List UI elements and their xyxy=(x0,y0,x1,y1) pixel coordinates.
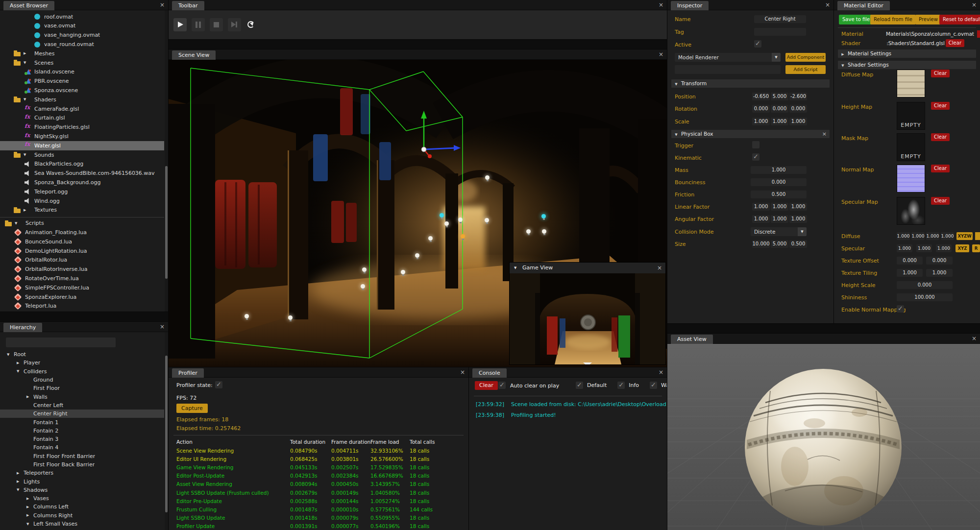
light-gizmo-icon[interactable] xyxy=(444,221,449,226)
color-picker-button-clipped[interactable] xyxy=(975,232,980,240)
tab-asset-view[interactable]: Asset View xyxy=(671,335,713,344)
scale-y-input[interactable]: 1.000 xyxy=(771,118,788,125)
asset-item[interactable]: Sponza.ovscene xyxy=(0,86,164,95)
texture-tiling-x-input[interactable]: 1.000 xyxy=(897,269,923,277)
texture-offset-y-input[interactable]: 0.000 xyxy=(926,257,953,265)
size-z-input[interactable]: 0.500 xyxy=(789,240,807,248)
asset-item[interactable]: vase_hanging.ovmat xyxy=(0,30,164,40)
add-component-button[interactable]: Add Component xyxy=(785,53,826,62)
specular-x-input[interactable]: 1.000 xyxy=(897,244,912,252)
hierarchy-item[interactable]: ▼ Shadows xyxy=(0,486,164,494)
tab-asset-browser[interactable]: Asset Browser xyxy=(3,1,54,10)
hierarchy-item[interactable]: Center Left xyxy=(0,401,164,410)
specular-map-clear-button[interactable]: Clear xyxy=(931,197,950,205)
asset-item[interactable]: ▼ Shaders xyxy=(0,95,164,104)
angular-factor-y-input[interactable]: 1.000 xyxy=(771,215,788,223)
hierarchy-item[interactable]: ▶ Walls xyxy=(0,392,164,401)
profiler-row[interactable]: Light SSBO Update 0.001418s 0.000079s 0.… xyxy=(169,514,468,522)
friction-input[interactable]: 0.500 xyxy=(751,191,807,198)
mask-map-thumbnail[interactable]: EMPTY xyxy=(897,133,925,161)
physical-box-section-header[interactable]: ▼Physical Box× xyxy=(671,130,830,138)
collision-mode-select[interactable]: Discrete▼ xyxy=(751,227,807,236)
hierarchy-item[interactable]: Shadow 1 xyxy=(0,528,164,530)
filter-toggle[interactable]: Warning xyxy=(650,382,667,389)
add-script-button[interactable]: Add Script xyxy=(785,65,826,74)
hierarchy-item[interactable]: ▼ Left Small Vases xyxy=(0,520,164,528)
expand-arrow-icon[interactable]: ▼ xyxy=(17,369,24,373)
expand-arrow-icon[interactable]: ▼ xyxy=(24,97,34,101)
profiler-row[interactable]: Profiler Update 0.001391s 0.000077s 0.54… xyxy=(169,522,468,530)
close-icon[interactable]: × xyxy=(657,265,662,271)
close-icon[interactable]: × xyxy=(160,323,165,330)
asset-item[interactable]: BounceSound.lua xyxy=(0,237,164,246)
step-button[interactable] xyxy=(228,18,241,31)
asset-item[interactable]: OrbitalRotorInverse.lua xyxy=(0,265,164,274)
asset-item[interactable]: ▼ Scenes xyxy=(0,58,164,68)
filter-checkbox[interactable] xyxy=(650,382,657,389)
tab-console[interactable]: Console xyxy=(472,368,507,378)
normal-map-thumbnail[interactable] xyxy=(897,165,925,193)
light-gizmo-icon[interactable] xyxy=(440,213,444,217)
profiler-row[interactable]: Asset View Rendering 0.008094s 0.000450s… xyxy=(169,480,468,488)
hierarchy-item[interactable]: ▼ Colliders xyxy=(0,367,164,376)
close-icon[interactable]: × xyxy=(822,130,827,138)
position-x-input[interactable]: -0.650 xyxy=(752,93,770,100)
tab-inspector[interactable]: Inspector xyxy=(671,1,709,10)
texture-tiling-y-input[interactable]: 1.000 xyxy=(926,269,953,277)
mask-map-clear-button[interactable]: Clear xyxy=(931,133,950,141)
light-gizmo-icon[interactable] xyxy=(485,175,490,180)
close-icon[interactable]: × xyxy=(972,1,977,8)
close-icon[interactable]: × xyxy=(659,369,663,376)
expand-arrow-icon[interactable]: ▶ xyxy=(17,471,24,475)
diffuse-map-thumbnail[interactable] xyxy=(897,70,925,97)
asset-item[interactable]: RotateOverTime.lua xyxy=(0,274,164,283)
capture-button[interactable]: Capture xyxy=(176,404,208,413)
console-log-entry[interactable]: [23:59:38] Profiling started! xyxy=(476,410,667,420)
filter-checkbox[interactable] xyxy=(617,382,625,389)
light-gizmo-icon[interactable] xyxy=(362,267,367,272)
asset-item[interactable]: Wind.ogg xyxy=(0,196,164,206)
asset-item[interactable]: Island.ovscene xyxy=(0,68,164,77)
kinematic-checkbox[interactable] xyxy=(752,153,760,161)
specular-y-input[interactable]: 1.000 xyxy=(916,244,932,252)
height-scale-input[interactable]: 0.000 xyxy=(897,281,953,289)
profiler-state-checkbox[interactable] xyxy=(215,381,222,388)
profiler-row[interactable]: Editor UI Rendering 0.068425s 0.003801s … xyxy=(169,455,468,463)
diffuse-swizzle-button[interactable]: XYZW xyxy=(956,232,973,240)
hierarchy-item[interactable]: Fontain 2 xyxy=(0,427,164,435)
hierarchy-item[interactable]: ▼ Root xyxy=(0,350,164,359)
light-gizmo-icon[interactable] xyxy=(485,218,489,222)
name-input[interactable]: Center Right xyxy=(754,15,806,23)
light-gizmo-icon[interactable] xyxy=(526,229,531,234)
light-gizmo-icon[interactable] xyxy=(458,217,463,222)
filter-toggle[interactable]: Default xyxy=(576,382,607,389)
asset-item[interactable]: BlackParticles.ogg xyxy=(0,160,164,169)
hierarchy-item[interactable]: ▶ Teleporters xyxy=(0,469,164,477)
trigger-checkbox[interactable] xyxy=(752,141,760,148)
asset-item[interactable]: OrbitalRotor.lua xyxy=(0,256,164,265)
console-log-entry[interactable]: [23:59:32] Scene loaded from disk: C:\Us… xyxy=(476,399,667,410)
hierarchy-search-input[interactable] xyxy=(6,337,116,347)
height-map-clear-button[interactable]: Clear xyxy=(931,102,950,110)
specular-z-input[interactable]: 1.000 xyxy=(936,244,952,252)
bounciness-input[interactable]: 0.000 xyxy=(751,178,807,186)
angular-factor-x-input[interactable]: 1.000 xyxy=(752,215,770,223)
rotation-x-input[interactable]: 0.000 xyxy=(752,105,770,113)
pause-button[interactable] xyxy=(192,18,205,31)
tag-input[interactable] xyxy=(754,28,806,36)
asset-item[interactable]: DemoLightRotation.lua xyxy=(0,246,164,256)
close-icon[interactable]: × xyxy=(972,335,977,342)
tab-toolbar[interactable]: Toolbar xyxy=(172,1,204,10)
close-icon[interactable]: × xyxy=(659,51,663,58)
profiler-row[interactable]: Scene View Rendering 0.084790s 0.004711s… xyxy=(169,446,468,455)
expand-arrow-icon[interactable]: ▶ xyxy=(24,208,34,212)
expand-arrow-icon[interactable]: ▼ xyxy=(17,488,24,492)
hierarchy-item[interactable]: First Floor Back Barrier xyxy=(0,460,164,469)
light-gizmo-icon[interactable] xyxy=(542,229,546,234)
hierarchy-item[interactable]: ▶ Vases xyxy=(0,494,164,503)
expand-arrow-icon[interactable]: ▼ xyxy=(24,153,34,157)
asset-item[interactable]: PBR.ovscene xyxy=(0,76,164,86)
light-gizmo-icon[interactable] xyxy=(428,236,433,241)
height-map-thumbnail[interactable]: EMPTY xyxy=(897,102,925,130)
linear-factor-y-input[interactable]: 1.000 xyxy=(771,203,788,211)
